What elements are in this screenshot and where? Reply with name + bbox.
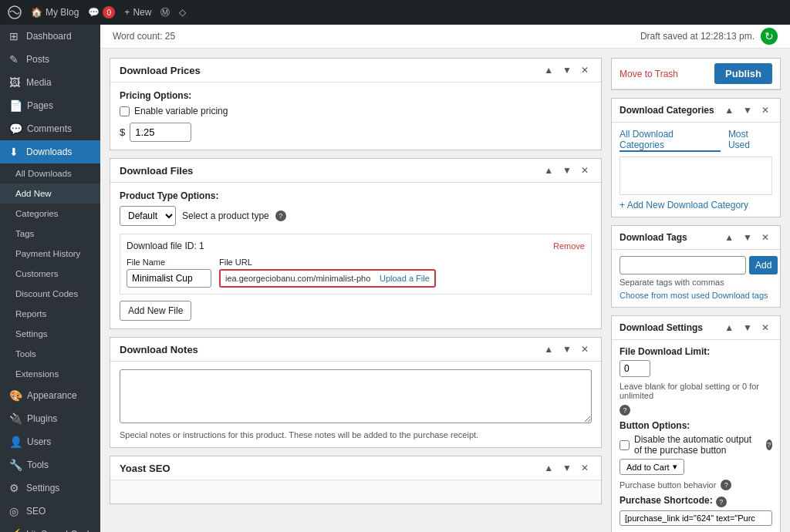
- notes-up-btn[interactable]: ▲: [541, 342, 556, 356]
- files-up-btn[interactable]: ▲: [541, 163, 556, 177]
- sidebar-item-customers[interactable]: Customers: [0, 264, 100, 284]
- modula-icon: Ⓜ: [160, 6, 170, 19]
- upload-file-btn[interactable]: Upload a File: [375, 274, 434, 283]
- yoast-seo-controls: ▲ ▼ ✕: [541, 461, 592, 475]
- add-category-link[interactable]: + Add New Download Category: [620, 200, 748, 210]
- sidebar-item-media[interactable]: 🖼 Media: [0, 71, 100, 94]
- disable-auto-output-row: Disable the automatic output of the purc…: [620, 434, 772, 456]
- yoast-down-btn[interactable]: ▼: [559, 461, 575, 475]
- comments-item[interactable]: 💬 0: [88, 6, 115, 19]
- product-type-label: Product Type Options:: [120, 190, 592, 201]
- add-tag-btn[interactable]: Add: [749, 256, 778, 274]
- files-down-btn[interactable]: ▼: [559, 163, 575, 177]
- tags-up-btn[interactable]: ▲: [721, 231, 737, 244]
- sidebar-item-dashboard[interactable]: ⊞ Dashboard: [0, 25, 100, 48]
- cat-tab-all[interactable]: All Download Categories: [620, 129, 721, 152]
- disable-output-help-icon[interactable]: ?: [766, 439, 772, 450]
- product-type-select[interactable]: Default: [120, 206, 176, 226]
- yoast-up-btn[interactable]: ▲: [541, 461, 556, 475]
- notes-help-text: Special notes or instructions for this p…: [120, 430, 592, 439]
- sidebar-item-litespeed-cache[interactable]: ⚡ LiteSpeed Cache: [0, 523, 100, 532]
- tags-input[interactable]: [620, 256, 746, 274]
- modula-item[interactable]: Ⓜ: [160, 6, 170, 19]
- sidebar-item-all-downloads[interactable]: All Downloads: [0, 163, 100, 184]
- settings-up-btn[interactable]: ▲: [721, 321, 737, 335]
- settings-close-btn[interactable]: ✕: [758, 321, 772, 335]
- sidebar-item-users[interactable]: 👤 Users: [0, 430, 100, 453]
- download-categories-header: Download Categories ▲ ▼ ✕: [612, 99, 780, 123]
- sidebar-label-appearance: Appearance: [27, 390, 77, 401]
- disable-output-checkbox[interactable]: [620, 440, 630, 450]
- notes-textarea[interactable]: [120, 369, 592, 423]
- sidebar-item-extensions[interactable]: Extensions: [0, 364, 100, 384]
- prices-down-btn[interactable]: ▼: [559, 63, 575, 77]
- prices-up-btn[interactable]: ▲: [541, 63, 556, 77]
- sidebar-item-downloads[interactable]: ⬇ Downloads: [0, 140, 100, 163]
- publish-btn[interactable]: Publish: [714, 63, 772, 84]
- yoast-close-btn[interactable]: ✕: [578, 461, 592, 475]
- sidebar-label-tools2: Tools: [27, 460, 49, 470]
- purchase-behavior-help-icon[interactable]: ?: [721, 480, 731, 490]
- cat-up-btn[interactable]: ▲: [721, 103, 737, 117]
- wp-logo-item[interactable]: [8, 5, 22, 19]
- yoast-seo-header: Yoast SEO ▲ ▼ ✕: [110, 456, 601, 480]
- download-notes-body: Special notes or instructions for this p…: [110, 362, 601, 447]
- cat-down-btn[interactable]: ▼: [740, 103, 755, 117]
- new-item[interactable]: + New: [124, 7, 151, 18]
- file-limit-input[interactable]: [620, 360, 650, 377]
- file-limit-help-icon[interactable]: ?: [620, 405, 630, 416]
- sidebar-item-appearance[interactable]: 🎨 Appearance: [0, 384, 100, 407]
- pages-icon: 📄: [9, 99, 22, 112]
- file-url-field: File URL Upload a File: [219, 258, 436, 288]
- price-input[interactable]: [130, 123, 191, 142]
- sidebar-item-posts[interactable]: ✎ Posts: [0, 48, 100, 71]
- move-to-trash-btn[interactable]: Move to Trash: [620, 69, 678, 79]
- download-settings-controls: ▲ ▼ ✕: [721, 321, 772, 335]
- sidebar-item-seo[interactable]: ◎ SEO: [0, 500, 100, 523]
- settings-down-btn[interactable]: ▼: [740, 321, 755, 335]
- sidebar-item-tools2[interactable]: 🔧 Tools: [0, 453, 100, 476]
- shortcode-help-icon[interactable]: ?: [716, 497, 727, 507]
- files-close-btn[interactable]: ✕: [578, 163, 592, 177]
- diamond-item[interactable]: ◇: [179, 7, 186, 18]
- notes-down-btn[interactable]: ▼: [559, 342, 575, 356]
- sidebar-item-comments[interactable]: 💬 Comments: [0, 117, 100, 140]
- choose-tags-link[interactable]: Choose from most used Download tags: [620, 291, 768, 300]
- variable-pricing-checkbox[interactable]: [120, 106, 130, 116]
- wp-logo-icon: [8, 5, 22, 19]
- shortcode-input[interactable]: [620, 510, 772, 526]
- notes-close-btn[interactable]: ✕: [578, 342, 592, 356]
- remove-file-link[interactable]: Remove: [553, 241, 585, 251]
- sidebar-label-pages: Pages: [27, 100, 53, 111]
- file-name-input[interactable]: [127, 269, 211, 288]
- sidebar-item-settings[interactable]: Settings: [0, 324, 100, 344]
- cat-tab-most-used[interactable]: Most Used: [728, 129, 772, 152]
- product-type-help-icon[interactable]: ?: [275, 210, 286, 221]
- file-url-input[interactable]: [221, 271, 375, 286]
- site-name-item[interactable]: 🏠 My Blog: [31, 7, 79, 18]
- prices-close-btn[interactable]: ✕: [578, 63, 592, 77]
- add-new-file-btn[interactable]: Add New File: [120, 301, 191, 321]
- sidebar-item-discount-codes[interactable]: Discount Codes: [0, 284, 100, 304]
- sidebar-label-users: Users: [27, 436, 51, 447]
- tags-down-btn[interactable]: ▼: [740, 231, 755, 244]
- sidebar-item-add-new[interactable]: Add New: [0, 184, 100, 204]
- sidebar-item-settings2[interactable]: ⚙ Settings: [0, 476, 100, 500]
- download-settings-body: File Download Limit: Leave blank for glo…: [612, 340, 780, 532]
- file-limit-row: Leave blank for global setting or 0 for …: [620, 360, 772, 416]
- sidebar-item-tools[interactable]: Tools: [0, 344, 100, 364]
- download-notes-header: Download Notes ▲ ▼ ✕: [110, 338, 601, 362]
- sidebar-item-reports[interactable]: Reports: [0, 304, 100, 324]
- sidebar-item-categories[interactable]: Categories: [0, 204, 100, 224]
- sidebar-label-customers: Customers: [15, 269, 59, 278]
- add-to-cart-btn[interactable]: Add to Cart ▾: [620, 459, 684, 475]
- sidebar-item-plugins[interactable]: 🔌 Plugins: [0, 407, 100, 430]
- sidebar-item-tags[interactable]: Tags: [0, 224, 100, 244]
- sidebar-item-pages[interactable]: 📄 Pages: [0, 94, 100, 117]
- download-files-metabox: Download Files ▲ ▼ ✕ Product Type Option…: [110, 158, 602, 329]
- tags-close-btn[interactable]: ✕: [758, 231, 772, 244]
- file-url-label: File URL: [219, 258, 436, 267]
- sidebar-label-settings2: Settings: [26, 483, 59, 493]
- sidebar-item-payment-history[interactable]: Payment History: [0, 244, 100, 264]
- cat-close-btn[interactable]: ✕: [758, 103, 772, 117]
